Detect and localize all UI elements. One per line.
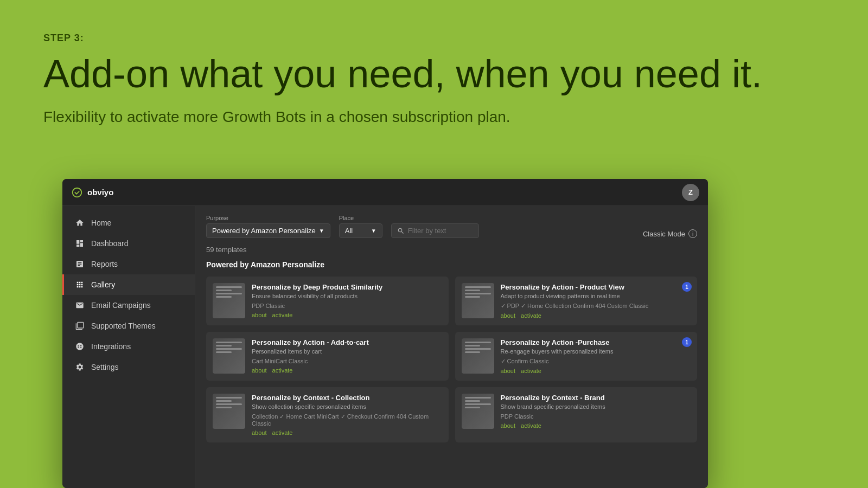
sidebar-item-dashboard[interactable]: Dashboard xyxy=(62,233,195,254)
purpose-select[interactable]: Powered by Amazon Personalize ▼ xyxy=(206,223,330,238)
sidebar-label-settings: Settings xyxy=(91,363,119,371)
filters-row: Purpose Powered by Amazon Personalize ▼ … xyxy=(206,215,697,238)
purpose-select-value: Powered by Amazon Personalize xyxy=(212,227,316,235)
sidebar-item-integrations[interactable]: Integrations xyxy=(62,336,195,357)
template-info: Personalize by Context - Brand Show bran… xyxy=(501,394,691,436)
sidebar-item-settings[interactable]: Settings xyxy=(62,357,195,377)
template-thumbnail xyxy=(462,394,494,429)
template-card: Personalize by Action - Product View Ada… xyxy=(455,277,698,325)
sidebar-item-email-campaigns[interactable]: Email Campaigns xyxy=(62,295,195,316)
main-heading: Add-on what you need, when you need it. xyxy=(43,53,825,95)
template-actions: aboutactivate xyxy=(252,367,442,374)
settings-icon xyxy=(75,362,85,372)
app-body: Home Dashboard Reports Gal xyxy=(62,206,708,488)
template-info: Personalize by Deep Product Similarity E… xyxy=(252,283,442,319)
template-description: Show brand specific personalized items xyxy=(501,403,691,410)
template-tags: ✓ PDP ✓ Home Collection Confirm 404 Cust… xyxy=(501,303,691,310)
template-action-activate[interactable]: activate xyxy=(272,312,293,318)
classic-mode-label: Classic Mode xyxy=(643,230,685,238)
chevron-down-icon: ▼ xyxy=(371,228,376,234)
template-grid: Personalize by Deep Product Similarity E… xyxy=(206,277,697,442)
template-card: Personalize by Context - Brand Show bran… xyxy=(455,387,698,442)
obviyo-logo-icon xyxy=(71,187,83,198)
place-label: Place xyxy=(339,215,382,221)
app-logo-text: obviyo xyxy=(87,188,113,197)
template-action-about[interactable]: about xyxy=(252,312,267,318)
chevron-down-icon: ▼ xyxy=(319,228,324,234)
template-description: Ensure balanced visibility of all produc… xyxy=(252,293,442,299)
place-filter-group: Place All ▼ xyxy=(339,215,382,238)
email-icon xyxy=(75,300,85,310)
purpose-label: Purpose xyxy=(206,215,330,221)
user-avatar[interactable]: Z xyxy=(682,184,699,201)
template-name: Personalize by Deep Product Similarity xyxy=(252,283,442,291)
template-card: Personalize by Deep Product Similarity E… xyxy=(206,277,449,325)
sidebar-label-email-campaigns: Email Campaigns xyxy=(91,301,151,310)
sidebar-label-supported-themes: Supported Themes xyxy=(91,322,156,330)
app-logo: obviyo xyxy=(71,187,113,198)
sidebar-item-reports[interactable]: Reports xyxy=(62,254,195,274)
template-actions: aboutactivate xyxy=(501,312,691,319)
template-action-about[interactable]: about xyxy=(501,422,516,429)
gallery-icon xyxy=(75,280,85,290)
app-window: obviyo Z Home Dashboard xyxy=(62,179,708,488)
template-action-activate[interactable]: activate xyxy=(521,312,541,319)
search-box[interactable] xyxy=(391,223,479,238)
template-action-activate[interactable]: activate xyxy=(521,422,541,429)
template-tags: ✓ Confirm Classic xyxy=(501,358,691,365)
reports-icon xyxy=(75,259,85,269)
template-actions: aboutactivate xyxy=(501,422,691,429)
template-badge: 1 xyxy=(682,282,692,292)
template-badge: 1 xyxy=(682,337,692,347)
templates-count: 59 templates xyxy=(206,246,697,254)
sidebar-label-dashboard: Dashboard xyxy=(91,239,129,248)
template-tags: PDP Classic xyxy=(501,413,691,420)
home-icon xyxy=(75,218,85,228)
template-description: Show collection specific personalized it… xyxy=(252,403,442,410)
purpose-filter-group: Purpose Powered by Amazon Personalize ▼ xyxy=(206,215,330,238)
template-thumbnail xyxy=(213,394,245,429)
classic-mode: Classic Mode i xyxy=(643,229,697,238)
sidebar-label-gallery: Gallery xyxy=(91,280,115,289)
template-name: Personalize by Action - Add-to-cart xyxy=(252,338,442,346)
template-info: Personalize by Action - Product View Ada… xyxy=(501,283,691,319)
sidebar-label-integrations: Integrations xyxy=(91,342,131,351)
integrations-icon xyxy=(75,342,85,351)
step-label: STEP 3: xyxy=(43,33,825,44)
template-description: Adapt to product viewing patterns in rea… xyxy=(501,293,691,299)
template-card: Personalize by Action - Add-to-cart Pers… xyxy=(206,332,449,381)
sidebar-item-supported-themes[interactable]: Supported Themes xyxy=(62,316,195,336)
template-actions: aboutactivate xyxy=(252,429,442,436)
search-input[interactable] xyxy=(408,227,473,235)
template-name: Personalize by Action - Product View xyxy=(501,283,691,291)
sidebar-item-home[interactable]: Home xyxy=(62,213,195,233)
template-action-about[interactable]: about xyxy=(501,312,516,319)
template-actions: aboutactivate xyxy=(501,368,691,374)
template-info: Personalize by Action - Add-to-cart Pers… xyxy=(252,338,442,374)
sidebar-label-home: Home xyxy=(91,219,111,227)
template-thumbnail xyxy=(213,283,245,318)
template-card: Personalize by Action -Purchase Re-engag… xyxy=(455,332,698,381)
template-action-about[interactable]: about xyxy=(252,367,267,374)
template-tags: Collection ✓ Home Cart MiniCart ✓ Checko… xyxy=(252,413,442,427)
template-tags: PDP Classic xyxy=(252,303,442,309)
dashboard-icon xyxy=(75,239,85,248)
section-title: Powered by Amazon Personalize xyxy=(206,260,697,269)
themes-icon xyxy=(75,321,85,331)
template-action-activate[interactable]: activate xyxy=(272,367,293,374)
template-tags: Cart MiniCart Classic xyxy=(252,358,442,364)
sub-heading: Flexibility to activate more Growth Bots… xyxy=(43,106,825,127)
sidebar-label-reports: Reports xyxy=(91,260,118,268)
template-actions: aboutactivate xyxy=(252,312,442,318)
template-action-about[interactable]: about xyxy=(252,429,267,436)
template-action-activate[interactable]: activate xyxy=(272,429,293,436)
search-icon xyxy=(397,227,405,235)
template-description: Personalized items by cart xyxy=(252,348,442,355)
template-name: Personalize by Context - Brand xyxy=(501,394,691,402)
template-action-about[interactable]: about xyxy=(501,368,516,374)
template-info: Personalize by Action -Purchase Re-engag… xyxy=(501,338,691,374)
sidebar-item-gallery[interactable]: Gallery xyxy=(62,274,195,295)
template-action-activate[interactable]: activate xyxy=(521,368,541,374)
app-topbar: obviyo Z xyxy=(62,179,708,206)
place-select[interactable]: All ▼ xyxy=(339,223,382,238)
